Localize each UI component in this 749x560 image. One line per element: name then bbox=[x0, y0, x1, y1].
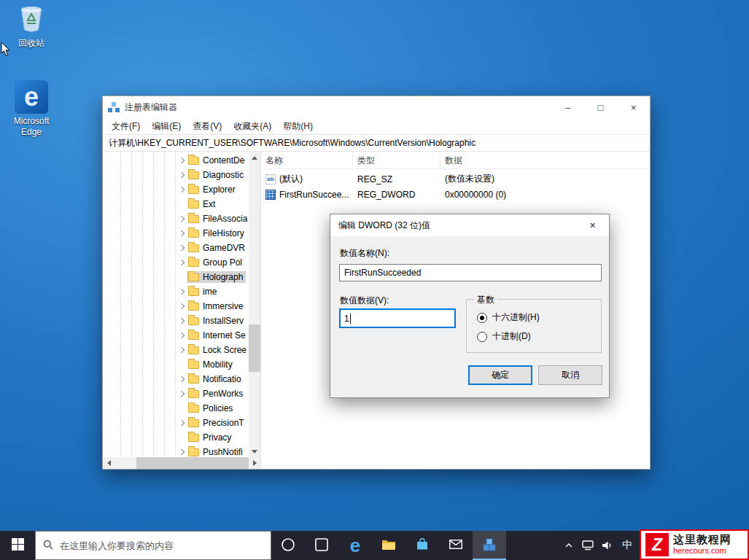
taskbar-cortana-button[interactable] bbox=[271, 531, 305, 560]
expand-chevron-icon[interactable] bbox=[177, 448, 187, 457]
menu-item[interactable]: 文件(F) bbox=[106, 120, 146, 133]
expand-chevron-icon[interactable] bbox=[177, 244, 187, 253]
taskbar-file-explorer-button[interactable] bbox=[372, 531, 405, 560]
tree-item[interactable]: Immersive bbox=[103, 299, 249, 314]
taskbar-search[interactable] bbox=[35, 531, 271, 560]
decimal-radio[interactable] bbox=[477, 332, 487, 342]
tree-item[interactable]: Privacy bbox=[103, 430, 249, 445]
tree-item[interactable]: GameDVR bbox=[103, 241, 249, 255]
expand-chevron-icon[interactable] bbox=[177, 156, 187, 166]
expand-chevron-icon[interactable] bbox=[177, 258, 187, 268]
tree-item[interactable]: PrecisionT bbox=[103, 416, 249, 430]
tree-item[interactable]: Mobility bbox=[103, 357, 249, 372]
dialog-close-button[interactable]: × bbox=[576, 214, 609, 236]
edge-icon: e bbox=[15, 80, 48, 114]
cancel-button[interactable]: 取消 bbox=[538, 365, 602, 385]
tree-item[interactable]: Ext bbox=[103, 197, 249, 211]
minimize-button[interactable]: – bbox=[551, 96, 584, 118]
menu-item[interactable]: 帮助(H) bbox=[277, 120, 319, 133]
ime-indicator[interactable]: 中 bbox=[616, 531, 638, 560]
expand-chevron-icon[interactable] bbox=[177, 171, 187, 180]
maximize-button[interactable]: □ bbox=[584, 96, 617, 118]
expand-chevron-icon[interactable] bbox=[177, 185, 187, 195]
watermark: Z 这里教程网 herecours.com bbox=[640, 529, 749, 560]
decimal-radio-row[interactable]: 十进制(D) bbox=[477, 330, 531, 343]
ok-button[interactable]: 确定 bbox=[468, 365, 532, 385]
close-button[interactable]: × bbox=[617, 96, 650, 118]
tree-item[interactable]: InstallServ bbox=[103, 314, 249, 328]
registry-value-row[interactable]: FirstRunSuccee... REG_DWORD 0x00000000 (… bbox=[261, 187, 650, 202]
tree-item[interactable]: Explorer bbox=[103, 182, 249, 197]
tree-item[interactable]: PushNotifi bbox=[103, 445, 249, 457]
tree-item[interactable]: ContentDe bbox=[103, 153, 249, 168]
tree-item[interactable]: Internet Se bbox=[103, 328, 249, 343]
tree-item[interactable]: PenWorks bbox=[103, 386, 249, 401]
taskbar-regedit-button[interactable] bbox=[473, 531, 506, 560]
tree-item[interactable]: FileHistory bbox=[103, 226, 249, 241]
tree-item[interactable]: Holograph bbox=[103, 270, 249, 284]
expand-chevron-icon[interactable] bbox=[177, 346, 187, 355]
desktop-icon-label: 回收站 bbox=[3, 38, 60, 49]
menu-item[interactable]: 编辑(E) bbox=[146, 120, 187, 133]
taskbar-edge-button[interactable]: e bbox=[338, 531, 372, 560]
base-groupbox: 基数 十六进制(H) 十进制(D) bbox=[466, 299, 602, 353]
value-data-field[interactable]: 1 bbox=[339, 308, 456, 328]
tree-item[interactable]: Policies bbox=[103, 401, 249, 416]
expand-chevron-icon[interactable] bbox=[177, 214, 187, 224]
desktop-icon-microsoft-edge[interactable]: e Microsoft Edge bbox=[3, 80, 60, 138]
mail-icon bbox=[449, 540, 462, 551]
expand-chevron-icon[interactable] bbox=[177, 302, 187, 311]
tree-item[interactable]: Group Pol bbox=[103, 255, 249, 270]
tree-item[interactable]: FileAssocia bbox=[103, 211, 249, 226]
expand-chevron-icon[interactable] bbox=[177, 419, 187, 428]
expand-chevron-icon[interactable] bbox=[177, 375, 187, 384]
vertical-scrollbar-thumb[interactable] bbox=[249, 324, 260, 372]
menu-item[interactable]: 收藏夹(A) bbox=[228, 120, 277, 133]
value-list: ab (默认) REG_SZ (数值未设置) FirstR bbox=[261, 169, 650, 202]
expand-chevron-icon[interactable] bbox=[177, 316, 187, 326]
folder-icon bbox=[188, 346, 199, 354]
desktop-icon-recycle-bin[interactable]: 回收站 bbox=[3, 4, 60, 49]
expand-chevron-icon[interactable] bbox=[177, 287, 187, 297]
title-bar[interactable]: 注册表编辑器 – □ × bbox=[103, 96, 650, 118]
menu-item[interactable]: 查看(V) bbox=[187, 120, 228, 133]
expand-chevron-icon[interactable] bbox=[177, 229, 187, 238]
network-icon[interactable] bbox=[578, 531, 597, 560]
tree-item-label: Mobility bbox=[203, 360, 233, 369]
cortana-icon bbox=[281, 537, 295, 554]
column-header[interactable]: 类型 bbox=[353, 152, 441, 168]
tree-item[interactable]: Notificatio bbox=[103, 372, 249, 386]
expand-chevron-icon[interactable] bbox=[177, 389, 187, 399]
scroll-down-icon[interactable] bbox=[249, 446, 260, 457]
registry-value-row[interactable]: ab (默认) REG_SZ (数值未设置) bbox=[261, 171, 650, 187]
column-header[interactable]: 名称 bbox=[261, 152, 353, 168]
tree-item-label: PenWorks bbox=[203, 389, 243, 398]
tree-vertical-scrollbar[interactable] bbox=[249, 152, 260, 457]
value-name-field[interactable]: FirstRunSucceeded bbox=[339, 264, 602, 281]
start-button[interactable] bbox=[0, 531, 35, 560]
expand-chevron-icon[interactable] bbox=[177, 331, 187, 341]
hex-radio[interactable] bbox=[477, 313, 487, 323]
volume-icon[interactable] bbox=[597, 531, 616, 560]
tray-chevron-up-icon[interactable] bbox=[559, 531, 578, 560]
taskbar-mail-button[interactable] bbox=[439, 531, 473, 560]
tree-horizontal-scrollbar[interactable] bbox=[103, 457, 260, 469]
tree-item[interactable]: Diagnostic bbox=[103, 168, 249, 182]
scroll-right-icon[interactable] bbox=[249, 457, 260, 469]
taskbar-task-view-button[interactable] bbox=[305, 531, 338, 560]
search-input[interactable] bbox=[60, 540, 263, 551]
tree-item-label: ContentDe bbox=[203, 156, 244, 165]
scroll-left-icon[interactable] bbox=[103, 457, 115, 469]
store-icon bbox=[416, 538, 429, 553]
column-header[interactable]: 数据 bbox=[441, 152, 650, 168]
dialog-title-bar[interactable]: 编辑 DWORD (32 位)值 × bbox=[330, 214, 609, 236]
tree-item[interactable]: Lock Scree bbox=[103, 343, 249, 357]
address-input[interactable] bbox=[109, 135, 644, 151]
folder-icon bbox=[188, 448, 199, 456]
tree-item[interactable]: ime bbox=[103, 284, 249, 299]
horizontal-scrollbar-thumb[interactable] bbox=[136, 457, 249, 469]
scroll-up-icon[interactable] bbox=[249, 152, 260, 163]
taskbar-store-button[interactable] bbox=[405, 531, 439, 560]
hex-radio-row[interactable]: 十六进制(H) bbox=[477, 311, 540, 324]
folder-icon bbox=[188, 288, 199, 296]
